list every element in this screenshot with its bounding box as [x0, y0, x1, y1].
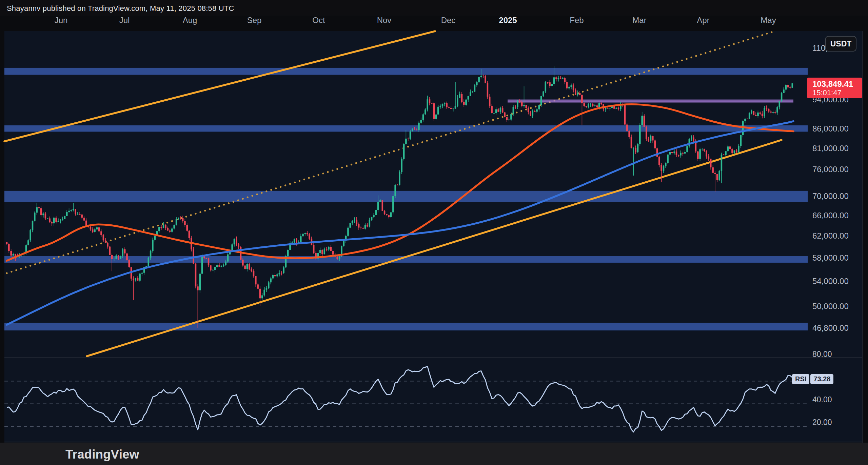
time-tick-label: Mar	[632, 16, 646, 25]
tradingview-published-chart: { "header": { "title": "Shayannv publish…	[0, 0, 868, 465]
time-tick-label: Jun	[55, 16, 68, 25]
price-tick-label: 86,000.00	[812, 124, 849, 134]
time-tick-label: Feb	[570, 16, 584, 25]
publish-title: Shayannv published on TradingView.com, M…	[7, 4, 234, 13]
tradingview-footer-bar: TradingView	[0, 443, 868, 465]
rsi-tick-label: 20.00	[812, 418, 832, 427]
sr-band	[4, 68, 808, 75]
sr-band	[4, 191, 808, 202]
price-tick-label: 70,000.00	[812, 191, 849, 201]
rsi-value-badge: RSI 73.28	[792, 374, 833, 384]
sr-band	[4, 323, 808, 330]
price-tick-label: 50,000.00	[812, 302, 849, 311]
rsi-tick-label: 80.00	[812, 350, 832, 359]
quote-currency-button[interactable]: USDT	[825, 36, 856, 52]
time-tick-label: Jul	[119, 16, 130, 25]
publish-header: Shayannv published on TradingView.com, M…	[0, 0, 868, 16]
price-tick-label: 66,000.00	[812, 211, 849, 220]
time-tick-label: 2025	[499, 16, 517, 25]
price-tick-label: 46,800.00	[812, 323, 849, 333]
time-tick-label: May	[761, 16, 776, 25]
time-tick-label: Nov	[377, 16, 392, 25]
price-tick-label: 58,000.00	[812, 253, 849, 263]
rsi-tick-label: 40.00	[812, 395, 832, 404]
price-tick-label: 76,000.00	[812, 165, 849, 174]
price-tick-label: 62,000.00	[812, 231, 849, 241]
rsi-value-chip: 73.28	[810, 374, 833, 384]
price-tick-label: 54,000.00	[812, 277, 849, 286]
last-price-value: 103,849.41	[812, 80, 862, 88]
tradingview-wordmark[interactable]: TradingView	[65, 447, 139, 462]
time-tick-label: Aug	[183, 16, 197, 25]
time-tick-label: Oct	[312, 16, 325, 25]
time-tick-label: Dec	[441, 16, 456, 25]
main-chart-canvas[interactable]: 110,000.0094,000.0086,000.0081,000.0076,…	[0, 16, 868, 443]
time-tick-label: Apr	[697, 16, 709, 25]
chart-graphics	[0, 16, 868, 465]
bar-countdown: 15:01:47	[812, 88, 862, 97]
time-tick-label: Sep	[247, 16, 262, 25]
last-price-badge: 103,849.41 15:01:47	[807, 78, 862, 98]
rsi-label-chip: RSI	[792, 374, 809, 384]
price-tick-label: 81,000.00	[812, 144, 849, 153]
